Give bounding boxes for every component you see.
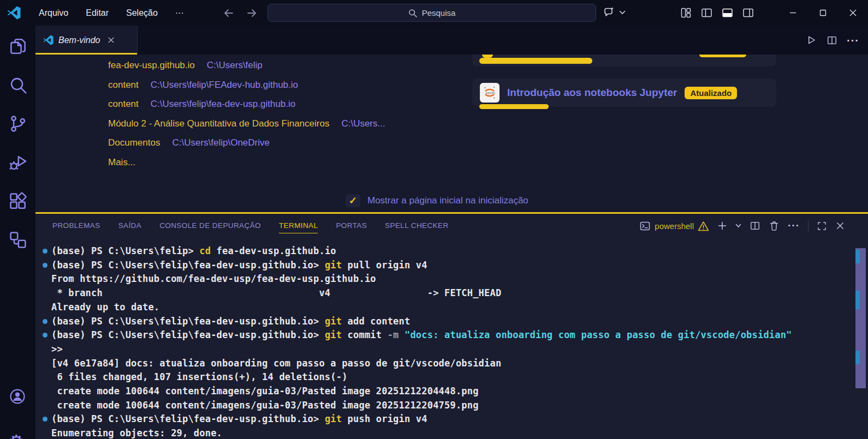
jupyter-logo-icon: jupyter [480, 83, 500, 103]
navigate-forward-icon[interactable] [246, 7, 258, 19]
terminal-dropdown-chevron-icon[interactable] [735, 224, 741, 228]
checkbox-checked-icon[interactable]: ✓ [346, 194, 360, 207]
panel-tab-spell-checker[interactable]: SPELL CHECKER [385, 219, 449, 233]
terminal-text: From https://github.com/fea-dev-usp/fea-… [51, 273, 376, 284]
panel-tab-console-de-depura-o[interactable]: CONSOLE DE DEPURAÇÃO [159, 219, 261, 233]
search-sidebar-icon[interactable] [8, 75, 28, 95]
customize-layout-icon[interactable] [680, 7, 692, 19]
close-panel-icon[interactable] [835, 221, 845, 231]
recent-item: contentC:\Users\felip\FEAdev-hub.github.… [108, 80, 298, 91]
terminal-text: (base) PS C:\Users\felip> [51, 245, 199, 256]
terminal-line: create mode 100644 content/imagens/guia-… [51, 384, 855, 399]
terminal-line: (base) PS C:\Users\felip\fea-dev-usp.git… [51, 412, 855, 426]
recent-more-link[interactable]: Mais... [108, 157, 135, 168]
welcome-page: fea-dev-usp.github.ioC:\Users\felipconte… [35, 55, 868, 212]
panel-tab-portas[interactable]: PORTAS [336, 219, 367, 233]
terminal-text: fea-dev-usp.github.io [211, 245, 336, 256]
chevron-down-icon [619, 10, 626, 15]
recent-item-name[interactable]: content [108, 99, 139, 110]
maximize-panel-icon[interactable] [817, 221, 827, 231]
run-file-icon[interactable] [806, 34, 817, 46]
terminal-text: (base) PS C:\Users\felip\fea-dev-usp.git… [51, 329, 325, 340]
toggle-panel-icon[interactable] [722, 7, 733, 19]
copilot-chat-button[interactable] [603, 6, 626, 19]
jupyter-progress-bar [479, 104, 549, 109]
panel-header: PROBLEMASSAÍDACONSOLE DE DEPURAÇÃOTERMIN… [35, 214, 868, 238]
walkthrough-title: Introdução aos notebooks Jupyter [507, 87, 677, 99]
run-debug-icon[interactable] [8, 152, 28, 173]
settings-gear-icon[interactable]: ⚙ [8, 432, 25, 439]
panel-tab-sa-da[interactable]: SAÍDA [118, 219, 142, 233]
menu-editar[interactable]: Editar [79, 6, 116, 20]
terminal-text: "docs: atualiza onboarding com passo a p… [405, 329, 792, 340]
terminal-line: Already up to date. [51, 300, 855, 315]
terminal-line: (base) PS C:\Users\felip\fea-dev-usp.git… [51, 328, 855, 342]
scrollbar-command-mark [855, 351, 860, 364]
close-tab-icon[interactable] [107, 36, 115, 44]
toggle-primary-sidebar-icon[interactable] [701, 7, 712, 19]
walkthrough-badge-partial [699, 55, 746, 57]
bottom-panel: PROBLEMASSAÍDACONSOLE DE DEPURAÇÃOTERMIN… [35, 212, 868, 439]
startup-checkbox-row[interactable]: ✓ Mostrar a página inicial na inicializa… [346, 194, 528, 207]
command-decoration-dot[interactable] [43, 249, 47, 254]
walkthrough-card-partial[interactable] [472, 55, 776, 67]
scrollbar-thumb[interactable] [855, 248, 866, 388]
recent-item: fea-dev-usp.github.ioC:\Users\felip [108, 60, 263, 71]
recent-item-path: C:\Users\felip [207, 60, 263, 71]
panel-tab-terminal[interactable]: TERMINAL [279, 219, 318, 233]
terminal-line: Enumerating objects: 29, done. [51, 426, 855, 439]
toggle-secondary-sidebar-icon[interactable] [742, 7, 754, 19]
scrollbar-command-mark [855, 250, 860, 263]
terminal-text: * branch v4 -> FETCH_HEAD [51, 287, 501, 298]
terminal-text: cd [199, 245, 211, 256]
terminal-line: [v4 6e17a84] docs: atualiza onboarding c… [51, 357, 855, 371]
svg-text:jupyter: jupyter [485, 91, 496, 94]
remote-workspaces-icon[interactable] [8, 230, 28, 250]
terminal-text: push origin v4 [342, 413, 427, 424]
split-editor-icon[interactable] [827, 35, 837, 46]
activity-bar: ⚙ [0, 26, 35, 439]
command-decoration-dot[interactable] [43, 333, 47, 338]
terminal-icon [639, 220, 651, 232]
terminal-text: create mode 100644 content/imagens/guia-… [51, 386, 479, 396]
account-icon[interactable] [8, 387, 27, 406]
navigate-back-icon[interactable] [223, 7, 235, 19]
minimize-button[interactable] [778, 0, 808, 26]
extensions-icon[interactable] [8, 191, 28, 212]
command-decoration-dot[interactable] [43, 263, 47, 268]
panel-more-actions-icon[interactable]: ··· [788, 224, 800, 228]
more-actions-icon[interactable]: ··· [847, 38, 859, 43]
panel-tab-problemas[interactable]: PROBLEMAS [52, 219, 100, 233]
recent-item-name[interactable]: fea-dev-usp.github.io [108, 60, 195, 71]
maximize-button[interactable] [808, 0, 838, 26]
terminal-scrollbar[interactable] [855, 238, 866, 439]
new-terminal-icon[interactable] [717, 221, 727, 231]
command-center-search[interactable]: Pesquisa [267, 4, 596, 22]
tab-bem-vindo[interactable]: Bem-vindo [35, 26, 138, 55]
editor-tab-bar: Bem-vindo ··· [35, 26, 868, 55]
kill-terminal-trash-icon[interactable] [769, 220, 780, 231]
layout-controls [680, 7, 754, 19]
menu-arquivo[interactable]: Arquivo [32, 6, 75, 20]
command-decoration-dot[interactable] [43, 319, 47, 324]
walkthrough-card-jupyter[interactable]: jupyter Introdução aos notebooks Jupyter… [472, 79, 776, 107]
files-explorer-icon[interactable] [8, 36, 28, 57]
separator [808, 220, 808, 231]
command-decoration-dot[interactable] [43, 417, 47, 422]
terminal-output[interactable]: (base) PS C:\Users\felip> cd fea-dev-usp… [35, 238, 855, 439]
recent-item-name[interactable]: Módulo 2 - Análise Quantitativa de Dados… [108, 118, 329, 129]
vscode-tab-icon [43, 35, 53, 45]
terminal-instance-chip[interactable]: powershell [639, 220, 709, 232]
recent-item-name[interactable]: Documentos [108, 137, 160, 148]
close-window-button[interactable] [838, 0, 868, 26]
shell-label: powershell [655, 221, 694, 231]
split-terminal-icon[interactable] [750, 220, 760, 231]
terminal-text: git [325, 329, 342, 340]
menu-[interactable]: ··· [168, 6, 191, 20]
source-control-icon[interactable] [8, 113, 28, 134]
recent-item-name[interactable]: content [108, 80, 139, 91]
terminal-line: * branch v4 -> FETCH_HEAD [51, 286, 855, 300]
terminal-text: pull origin v4 [342, 260, 427, 270]
menu-sele-o[interactable]: Seleção [119, 6, 165, 20]
recent-item-path: C:\Users\felip\FEAdev-hub.github.io [151, 80, 298, 91]
